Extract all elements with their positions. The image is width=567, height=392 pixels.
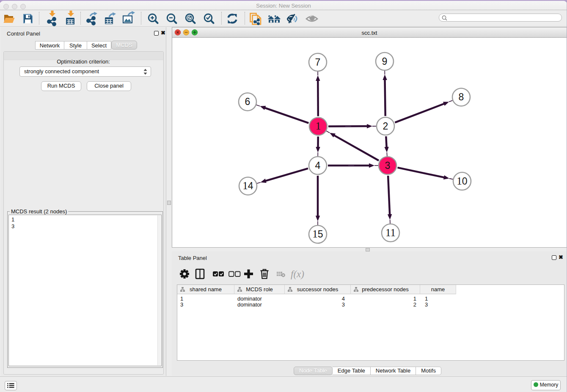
svg-text:14: 14	[242, 180, 253, 191]
svg-text:11: 11	[385, 227, 396, 238]
svg-text:f(x): f(x)	[291, 269, 304, 279]
svg-text:1: 1	[316, 120, 321, 132]
svg-text:9: 9	[382, 56, 388, 67]
svg-text:15: 15	[312, 228, 323, 240]
svg-text:7: 7	[315, 57, 321, 68]
svg-text:6: 6	[245, 96, 250, 107]
svg-text:10: 10	[457, 175, 467, 187]
svg-text:2: 2	[383, 121, 388, 132]
svg-text:8: 8	[459, 91, 464, 102]
svg-text:3: 3	[385, 160, 391, 171]
svg-text:4: 4	[315, 160, 321, 171]
